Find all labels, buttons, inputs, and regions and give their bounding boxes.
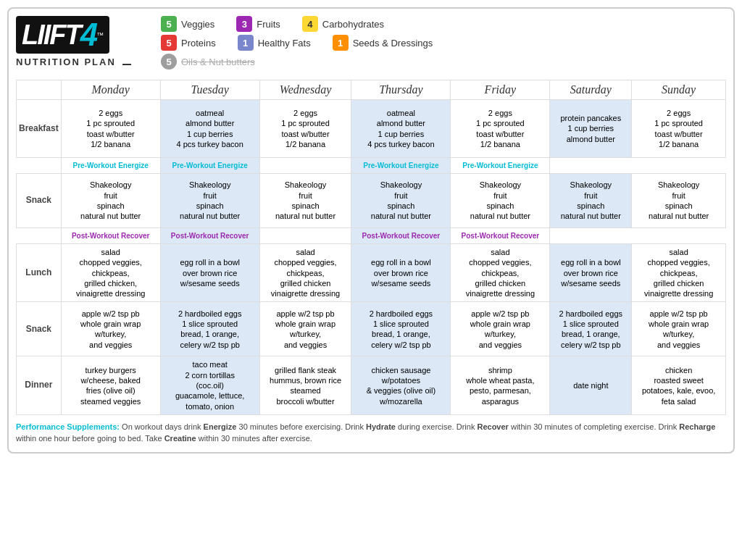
breakfast-cell-0: 2 eggs1 pc sproutedtoast w/butter1/2 ban… (61, 100, 160, 158)
lunch-cell-1: egg roll in a bowlover brown ricew/sesam… (160, 244, 259, 302)
badge-fruits: 3 (236, 16, 252, 32)
legend-row-3: 5 Oils & Nut butters (161, 54, 726, 70)
logo-tm: ™ (96, 31, 104, 39)
snack2-cell-5: 2 hardboiled eggs1 slice sproutedbread, … (550, 302, 632, 356)
logo-area: LIIFT 4 ™ NUTRITION PLAN (16, 16, 146, 67)
footer-bold: Performance Supplements: (16, 422, 120, 431)
snack1-cell-3: Shakeologyfruitspinachnatural nut butter (351, 174, 451, 228)
postworkout-empty-2 (259, 228, 351, 244)
footer-body: On workout days drink Energize 30 minute… (16, 422, 715, 443)
badge-carbs: 4 (302, 16, 318, 32)
snack1-cell-0: Shakeologyfruitspinachnatural nut butter (61, 174, 160, 228)
snack2-cell-4: apple w/2 tsp pbwhole grain wrapw/turkey… (451, 302, 550, 356)
postworkout-empty-5 (550, 228, 632, 244)
logo-box: LIIFT 4 ™ (16, 16, 109, 54)
sunday-header: Sunday (632, 80, 726, 100)
postworkout-label-0: Post-Workout Recover (61, 228, 160, 244)
legend-proteins-label: Proteins (181, 38, 216, 49)
dinner-cell-3: chicken sausagew/potatoes& veggies (oliv… (351, 356, 451, 414)
legend-oils-label: Oils & Nut butters (181, 57, 255, 67)
legend-proteins: 5 Proteins (161, 35, 216, 51)
preworkout-empty-2 (259, 158, 351, 174)
snack1-cell-1: Shakeologyfruitspinachnatural nut butter (160, 174, 259, 228)
snack1-label: Snack (17, 174, 62, 228)
page-container: LIIFT 4 ™ NUTRITION PLAN 5 Veggies 3 Fru… (7, 7, 735, 454)
monday-header: Monday (61, 80, 160, 100)
legend-veggies: 5 Veggies (161, 16, 214, 32)
legend-fruits: 3 Fruits (236, 16, 280, 32)
breakfast-cell-1: oatmealalmond butter1 cup berries4 pcs t… (160, 100, 259, 158)
snack2-cell-1: 2 hardboiled eggs1 slice sproutedbread, … (160, 302, 259, 356)
snack2-cell-0: apple w/2 tsp pbwhole grain wrapw/turkey… (61, 302, 160, 356)
nutrition-plan-label: NUTRITION PLAN (16, 57, 131, 67)
breakfast-cell-5: protein pancakes1 cup berriesalmond butt… (550, 100, 632, 158)
dinner-label: Dinner (17, 356, 62, 414)
preworkout-label-3: Pre-Workout Energize (351, 158, 451, 174)
postworkout-label-1: Post-Workout Recover (160, 228, 259, 244)
tuesday-header: Tuesday (160, 80, 259, 100)
snack1-cell-6: Shakeologyfruitspinachnatural nut butter (632, 174, 726, 228)
header: LIIFT 4 ™ NUTRITION PLAN 5 Veggies 3 Fru… (16, 16, 726, 74)
legend-oils: 5 Oils & Nut butters (161, 54, 255, 70)
thursday-header: Thursday (351, 80, 451, 100)
breakfast-cell-3: oatmealalmond butter1 cup berries4 pcs t… (351, 100, 451, 158)
badge-healthy-fats: 1 (238, 35, 254, 51)
badge-veggies: 5 (161, 16, 177, 32)
badge-seeds: 1 (333, 35, 349, 51)
day-header-row: Monday Tuesday Wednesday Thursday Friday… (17, 80, 726, 100)
lunch-cell-2: saladchopped veggies,chickpeas,grilled c… (259, 244, 351, 302)
legend-row-2: 5 Proteins 1 Healthy Fats 1 Seeds & Dres… (161, 35, 726, 51)
dinner-cell-0: turkey burgersw/cheese, bakedfries (oliv… (61, 356, 160, 414)
dinner-cell-6: chickenroasted sweetpotatoes, kale, evoo… (632, 356, 726, 414)
snack2-cell-2: apple w/2 tsp pbwhole grain wrapw/turkey… (259, 302, 351, 356)
dinner-cell-1: taco meat2 corn tortillas(coc.oil)guacam… (160, 356, 259, 414)
dinner-cell-2: grilled flank steakhummus, brown riceste… (259, 356, 351, 414)
preworkout-label-1: Pre-Workout Energize (160, 158, 259, 174)
snack1-cell-2: Shakeologyfruitspinachnatural nut butter (259, 174, 351, 228)
saturday-header: Saturday (550, 80, 632, 100)
legend-healthy-fats: 1 Healthy Fats (238, 35, 311, 51)
footer-text: Performance Supplements: On workout days… (16, 421, 726, 445)
lunch-label: Lunch (17, 244, 62, 302)
lunch-cell-3: egg roll in a bowlover brown ricew/sesam… (351, 244, 451, 302)
postworkout-empty-6 (632, 228, 726, 244)
postworkout-label-4: Post-Workout Recover (451, 228, 550, 244)
breakfast-cell-2: 2 eggs1 pc sproutedtoast w/butter1/2 ban… (259, 100, 351, 158)
breakfast-label: Breakfast (17, 100, 62, 158)
legend-healthy-fats-label: Healthy Fats (258, 38, 311, 49)
legend-seeds-label: Seeds & Dressings (353, 38, 433, 49)
legend-carbs: 4 Carbohydrates (302, 16, 384, 32)
snack1-cell-4: Shakeologyfruitspinachnatural nut butter (451, 174, 550, 228)
breakfast-cell-4: 2 eggs1 pc sproutedtoast w/butter1/2 ban… (451, 100, 550, 158)
preworkout-label-4: Pre-Workout Energize (451, 158, 550, 174)
snack2-cell-6: apple w/2 tsp pbwhole grain wrapw/turkey… (632, 302, 726, 356)
snack2-cell-3: 2 hardboiled eggs1 slice sproutedbread, … (351, 302, 451, 356)
logo-text: LIIFT (22, 21, 80, 49)
meal-table: Monday Tuesday Wednesday Thursday Friday… (16, 80, 726, 415)
legend-row-1: 5 Veggies 3 Fruits 4 Carbohydrates (161, 16, 726, 32)
postworkout-empty (17, 228, 62, 244)
badge-oils: 5 (161, 54, 177, 70)
friday-header: Friday (451, 80, 550, 100)
logo-4: 4 (80, 19, 96, 51)
preworkout-empty (17, 158, 62, 174)
wednesday-header: Wednesday (259, 80, 351, 100)
preworkout-label-0: Pre-Workout Energize (61, 158, 160, 174)
preworkout-empty-6 (632, 158, 726, 174)
postworkout-label-3: Post-Workout Recover (351, 228, 451, 244)
legend-carbs-label: Carbohydrates (322, 19, 384, 30)
badge-proteins: 5 (161, 35, 177, 51)
preworkout-empty-5 (550, 158, 632, 174)
legend-fruits-label: Fruits (257, 19, 280, 30)
plan-letter (122, 64, 131, 65)
lunch-cell-0: saladchopped veggies,chickpeas,grilled c… (61, 244, 160, 302)
legend-seeds: 1 Seeds & Dressings (333, 35, 433, 51)
dinner-cell-5: date night (550, 356, 632, 414)
breakfast-cell-6: 2 eggs1 pc sproutedtoast w/butter1/2 ban… (632, 100, 726, 158)
snack1-cell-5: Shakeologyfruitspinachnatural nut butter (550, 174, 632, 228)
snack2-label: Snack (17, 302, 62, 356)
empty-header (17, 80, 62, 100)
lunch-cell-4: saladchopped veggies,chickpeas,grilled c… (451, 244, 550, 302)
lunch-cell-5: egg roll in a bowlover brown ricew/sesam… (550, 244, 632, 302)
legend-veggies-label: Veggies (181, 19, 214, 30)
